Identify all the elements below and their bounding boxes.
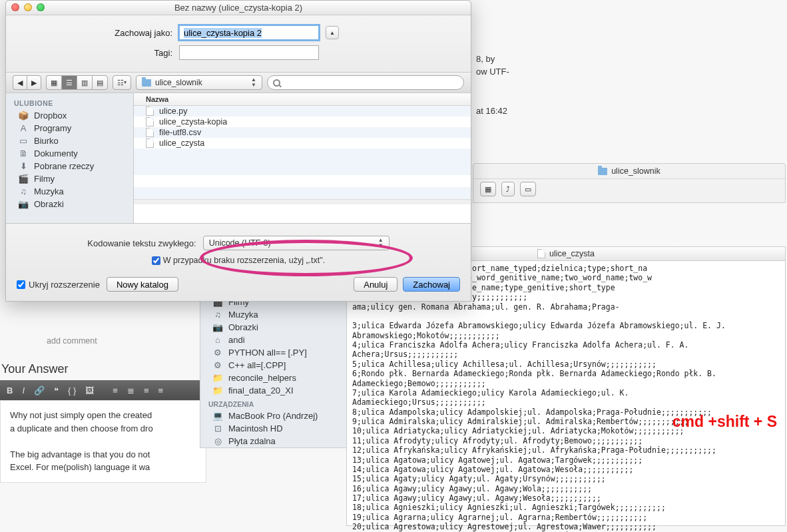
sidebar-item-label: Muzyka (34, 186, 64, 196)
close-window-button[interactable] (11, 3, 19, 11)
saveas-input[interactable] (179, 25, 319, 40)
sidebar-item-label: Dropbox (34, 111, 67, 121)
sidebar-item-icon: A (18, 124, 29, 133)
document-icon (146, 138, 154, 148)
sidebar-item-icon: ▭ (18, 136, 29, 146)
new-folder-button[interactable]: Nowy katalog (107, 277, 178, 292)
favorites-header: ULUBIONE (6, 97, 133, 109)
file-row[interactable]: file-utf8.csv (134, 127, 471, 138)
background-finder-sidebar: ⬇Pobrane rzeczy🎬Filmy♫Muzyka📷Obrazki⌂and… (200, 280, 350, 448)
sidebar-item[interactable]: AProgramy (6, 122, 133, 134)
collapse-button[interactable]: ▲ (326, 26, 339, 39)
sidebar-item[interactable]: ⌂andi (200, 334, 349, 346)
folder-icon (598, 168, 607, 175)
sidebar-item-icon: 🗎 (18, 149, 29, 158)
use-txt-checkbox[interactable] (152, 256, 160, 265)
document-icon (146, 107, 154, 116)
sidebar-item-label: Pobrane rzeczy (34, 161, 94, 171)
titlebar: Bez nazwy (ulice_czysta-kopia 2) (6, 1, 471, 15)
search-input[interactable] (267, 75, 464, 90)
sidebar-item-label: Obrazki (34, 199, 64, 209)
document-icon (146, 117, 154, 127)
back-button[interactable]: ◀ (13, 75, 27, 90)
document-icon (146, 128, 154, 137)
view-icon-button[interactable]: ▦ (46, 75, 61, 90)
zoom-window-button[interactable] (37, 3, 45, 11)
file-name: file-utf8.csv (159, 128, 201, 137)
sidebar-item-label: Dokumenty (34, 148, 78, 158)
saveas-label: Zachowaj jako: (19, 28, 179, 38)
folder-icon (142, 79, 151, 87)
sidebar-item[interactable]: 📁reconcile_helpers (200, 372, 349, 384)
device-item[interactable]: ⊡Macintosh HD (200, 422, 349, 435)
sidebar-item[interactable]: ♫Muzyka (200, 308, 349, 321)
view-grid-button[interactable]: ▦ (480, 182, 496, 196)
view-cover-button[interactable]: ▤ (92, 75, 108, 90)
sidebar-item-label: Filmy (34, 174, 55, 184)
device-item[interactable]: ◎Płyta zdalna (200, 435, 349, 447)
device-item[interactable]: 💻MacBook Pro (Andrzej) (200, 409, 349, 422)
minimize-window-button[interactable] (24, 3, 32, 11)
use-txt-label: W przypadku braku rozszerzenia, użyj „.t… (163, 256, 325, 265)
sidebar-item[interactable]: 📁final_data_20_XI (200, 384, 349, 397)
tags-label: Tagi: (19, 48, 179, 58)
arrange-button[interactable]: ☷ ▾ (113, 75, 131, 90)
document-icon (537, 249, 545, 258)
sidebar-item[interactable]: ⚙C++ all=[.CPP] (200, 359, 349, 372)
view-list-button[interactable]: ☰ (61, 75, 77, 90)
search-icon (273, 79, 280, 87)
path-select[interactable]: ulice_slownik ▲▼ (136, 75, 262, 90)
encoding-select[interactable]: Unicode (UTF-8) ▲▼ (203, 236, 390, 250)
hide-ext-label: Ukryj rozszerzenie (29, 280, 100, 290)
window-title: Bez nazwy (ulice_czysta-kopia 2) (174, 3, 302, 13)
background-text: 8, by ow UTF- at 16:42 (476, 53, 509, 118)
share-button[interactable]: ⤴ (501, 182, 515, 196)
file-row[interactable]: ulice_czysta-kopia (134, 117, 471, 127)
encoding-label: Kodowanie tekstu zwykłego: (87, 238, 196, 248)
file-name: ulice.py (159, 107, 187, 116)
sidebar-item[interactable]: 🎬Filmy (6, 172, 133, 185)
sidebar-item[interactable]: 📦Dropbox (6, 109, 133, 122)
add-comment-link[interactable]: add comment (0, 326, 206, 356)
sidebar-item[interactable]: 📷Obrazki (6, 198, 133, 210)
cancel-button[interactable]: Anuluj (354, 277, 397, 292)
shortcut-annotation: cmd +shift + S (672, 413, 777, 431)
file-row[interactable]: ulice_czysta (134, 138, 471, 148)
sidebar-item-icon: 🎬 (18, 174, 29, 184)
column-header-name[interactable]: Nazwa (134, 93, 471, 106)
file-name: ulice_czysta (159, 138, 204, 148)
sidebar-item[interactable]: ⚙PYTHON all== [.PY] (200, 346, 349, 359)
hide-ext-checkbox[interactable] (17, 280, 25, 289)
tags-input[interactable] (179, 45, 319, 60)
sidebar-item[interactable]: ⬇Pobrane rzeczy (6, 160, 133, 172)
tags-button[interactable]: ▭ (520, 182, 536, 196)
editor-toolbar[interactable]: BI🔗❝{ }🖼 ≡≣≡≡ (0, 380, 206, 400)
forward-button[interactable]: ▶ (27, 75, 41, 90)
sidebar-item-icon: ⬇ (18, 162, 29, 171)
view-column-button[interactable]: ▥ (77, 75, 92, 90)
sidebar-item-icon: ♫ (18, 187, 29, 196)
sidebar-item[interactable]: 📷Obrazki (200, 321, 349, 334)
finder-title: ulice_slownik (611, 166, 660, 176)
file-row[interactable]: ulice.py (134, 106, 471, 117)
sidebar-item-label: Programy (34, 123, 71, 133)
file-name: ulice_czysta-kopia (159, 117, 227, 127)
file-list[interactable]: Nazwa ulice.pyulice_czysta-kopiafile-utf… (134, 93, 471, 223)
sidebar-item[interactable]: 🗎Dokumenty (6, 147, 133, 160)
save-dialog: Bez nazwy (ulice_czysta-kopia 2) Zachowa… (5, 0, 471, 302)
save-button[interactable]: Zachowaj (403, 277, 460, 292)
devices-header: URZĄDZENIA (200, 397, 349, 409)
background-editor: add comment Your Answer BI🔗❝{ }🖼 ≡≣≡≡ Wh… (0, 326, 206, 483)
finder-window: ulice_slownik ▦ ⤴ ▭ (473, 163, 786, 203)
sidebar-item-icon: 📷 (18, 200, 29, 209)
textedit-title: ulice_czysta (549, 249, 595, 258)
your-answer-heading: Your Answer (0, 356, 206, 380)
sidebar: ULUBIONE 📦DropboxAProgramy▭Biurko🗎Dokume… (6, 93, 134, 223)
sidebar-item-label: Biurko (34, 136, 59, 146)
editor-body[interactable]: Why not just simply open the created a d… (0, 400, 206, 483)
sidebar-item[interactable]: ▭Biurko (6, 134, 133, 147)
sidebar-item[interactable]: ♫Muzyka (6, 185, 133, 198)
textedit-content[interactable]: ong_name_genitive_typed;short_name_typed… (347, 261, 785, 532)
sidebar-item-icon: 📦 (18, 111, 29, 121)
